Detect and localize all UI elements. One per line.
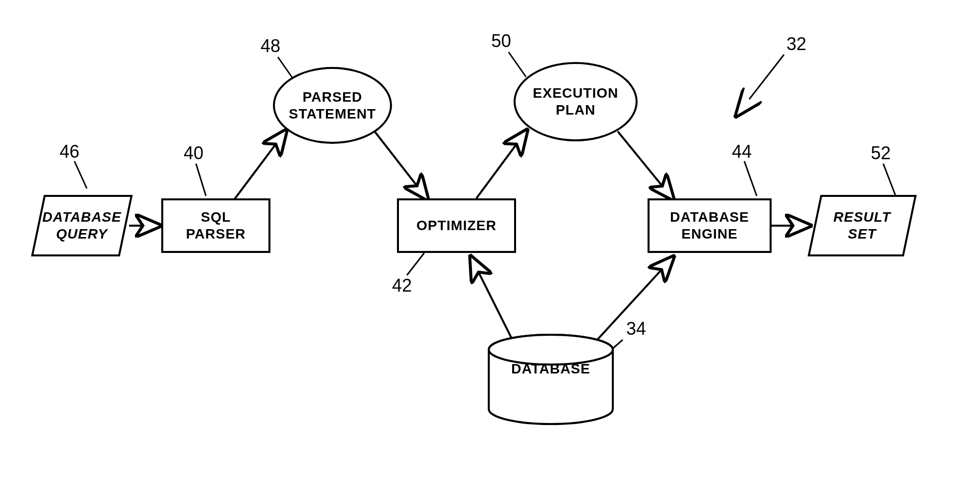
svg-point-20 (489, 335, 613, 365)
result-set-node: RESULTSET (806, 193, 918, 258)
svg-line-13 (744, 161, 757, 196)
database-query-node: DATABASEQUERY (30, 193, 134, 258)
svg-line-3 (476, 131, 526, 198)
svg-line-9 (196, 164, 206, 196)
svg-line-11 (509, 52, 526, 77)
execution-plan-node: EXECUTIONPLAN (514, 62, 638, 141)
svg-line-1 (233, 131, 285, 201)
optimizer-label: OPTIMIZER (416, 217, 496, 234)
execution-plan-label: EXECUTIONPLAN (533, 85, 618, 118)
ref-34: 34 (626, 318, 646, 339)
ref-46: 46 (60, 141, 79, 162)
ref-42: 42 (392, 275, 412, 296)
svg-line-4 (618, 131, 672, 198)
ref-40: 40 (184, 143, 203, 164)
ref-44: 44 (732, 141, 752, 162)
database-query-label: DATABASEQUERY (42, 209, 121, 242)
ref-48: 48 (261, 36, 280, 57)
parsed-statement-label: PARSEDSTATEMENT (289, 89, 376, 122)
ref-50: 50 (491, 31, 511, 52)
svg-line-12 (407, 253, 424, 275)
optimizer-node: OPTIMIZER (397, 198, 516, 253)
svg-line-2 (375, 131, 427, 198)
svg-line-8 (74, 161, 87, 188)
database-node: DATABASE (486, 332, 615, 427)
sql-parser-label: SQLPARSER (186, 209, 246, 242)
svg-line-14 (883, 164, 896, 196)
sql-parser-node: SQLPARSER (161, 198, 270, 253)
database-engine-label: DATABASEENGINE (670, 209, 749, 242)
database-engine-node: DATABASEENGINE (648, 198, 772, 253)
database-label: DATABASE (511, 361, 590, 377)
ref-52: 52 (871, 143, 891, 164)
parsed-statement-node: PARSEDSTATEMENT (273, 67, 392, 144)
result-set-label: RESULTSET (834, 209, 891, 242)
svg-line-16 (749, 55, 784, 99)
ref-32: 32 (786, 34, 806, 55)
